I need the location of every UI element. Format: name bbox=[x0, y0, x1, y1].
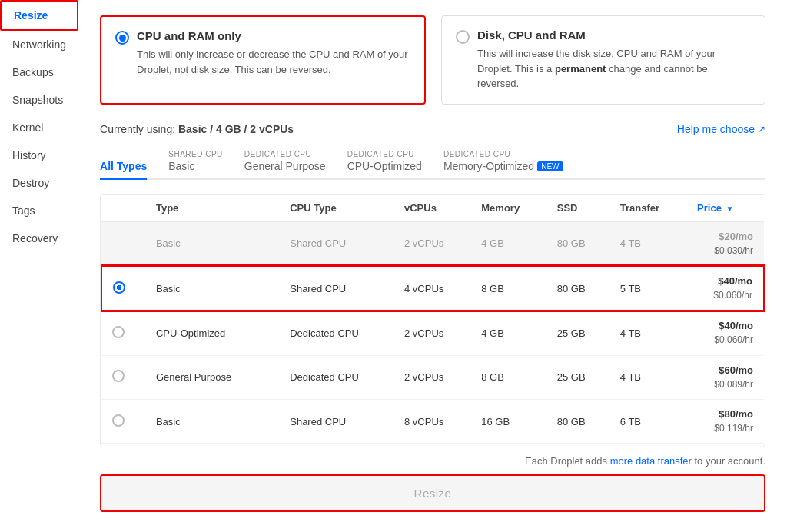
row-ssd: 25 GB bbox=[546, 311, 609, 355]
tab-memory-optimized[interactable]: DEDICATED CPUMemory-OptimizedNEW bbox=[443, 146, 563, 180]
row-vcpus: 4 vCPUs bbox=[394, 266, 470, 311]
sidebar-item-history[interactable]: History bbox=[0, 141, 78, 169]
tab-cpu-optimized[interactable]: DEDICATED CPUCPU-Optimized bbox=[347, 146, 422, 180]
row-vcpus: 2 vCPUs bbox=[394, 221, 470, 266]
row-transfer: 5 TB bbox=[609, 444, 686, 447]
row-vcpus: 2 vCPUs bbox=[394, 311, 470, 355]
row-type: General Purpose bbox=[145, 355, 279, 399]
table-col-header-1: Type bbox=[145, 195, 279, 222]
sidebar-item-kernel[interactable]: Kernel bbox=[0, 114, 78, 141]
row-cpu_type: Shared CPU bbox=[279, 266, 394, 311]
row-cpu_type: Shared CPU bbox=[279, 221, 394, 266]
table-col-header-5: SSD bbox=[546, 195, 609, 222]
row-memory: 4 GB bbox=[470, 311, 546, 355]
disk-cpu-ram-card[interactable]: Disk, CPU and RAM This will increase the… bbox=[441, 15, 765, 105]
row-memory: 16 GB bbox=[470, 400, 546, 444]
table-col-header-6: Transfer bbox=[609, 195, 686, 222]
sidebar: ResizeNetworkingBackupsSnapshotsKernelHi… bbox=[0, 0, 78, 532]
row-memory: 8 GB bbox=[470, 444, 546, 447]
row-ssd: 25 GB bbox=[546, 355, 609, 399]
price-sort-icon: ▼ bbox=[726, 204, 734, 213]
sidebar-item-resize[interactable]: Resize bbox=[0, 0, 78, 31]
row-transfer: 6 TB bbox=[609, 400, 686, 444]
row-price: $40/mo$0.060/hr bbox=[686, 266, 764, 311]
table-row[interactable]: General PurposeDedicated CPU2 vCPUs8 GB2… bbox=[101, 355, 764, 399]
row-price: $40/mo$0.060/hr bbox=[686, 311, 764, 355]
row-radio-2[interactable] bbox=[112, 326, 125, 338]
sidebar-item-networking[interactable]: Networking bbox=[0, 31, 78, 58]
tab-general-purpose[interactable]: DEDICATED CPUGeneral Purpose bbox=[244, 146, 326, 180]
table-col-header-4: Memory bbox=[470, 195, 546, 222]
external-link-icon: ↗ bbox=[758, 124, 765, 135]
row-cpu_type: Dedicated CPU bbox=[279, 355, 394, 399]
resize-button[interactable]: Resize bbox=[101, 476, 764, 510]
main-content: CPU and RAM only This will only increase… bbox=[78, 0, 787, 532]
table-col-header-7[interactable]: Price ▼ bbox=[686, 195, 764, 222]
tab-top-label-general-purpose: DEDICATED CPU bbox=[244, 151, 326, 158]
row-price: $20/mo$0.030/hr bbox=[686, 221, 764, 266]
sidebar-item-snapshots[interactable]: Snapshots bbox=[0, 86, 78, 114]
tab-main-label-all-types: All Types bbox=[100, 160, 147, 172]
tab-top-label-cpu-optimized: DEDICATED CPU bbox=[347, 151, 422, 158]
row-memory: 8 GB bbox=[470, 355, 546, 399]
tab-main-label-cpu-optimized: CPU-Optimized bbox=[347, 160, 422, 172]
sidebar-item-destroy[interactable]: Destroy bbox=[0, 169, 78, 197]
row-radio-4[interactable] bbox=[112, 414, 125, 427]
cpu-ram-radio[interactable] bbox=[115, 31, 129, 45]
row-type: Basic bbox=[145, 400, 279, 444]
row-vcpus: 8 vCPUs bbox=[394, 400, 470, 444]
row-transfer: 5 TB bbox=[609, 266, 686, 311]
table-col-header-0 bbox=[101, 195, 145, 222]
row-ssd: 80 GB bbox=[546, 221, 609, 266]
tab-top-label-basic: SHARED CPU bbox=[168, 151, 223, 158]
row-radio-cell[interactable] bbox=[101, 266, 145, 311]
cpu-ram-desc: This will only increase or decrease the … bbox=[137, 47, 410, 77]
currently-using-bar: Currently using: Basic / 4 GB / 2 vCPUs … bbox=[100, 123, 765, 135]
table-col-header-2: CPU Type bbox=[279, 195, 394, 222]
tab-all-types[interactable]: All Types bbox=[100, 155, 147, 180]
row-radio-cell[interactable] bbox=[101, 311, 145, 355]
row-cpu_type: Shared CPU bbox=[279, 400, 394, 444]
row-transfer: 4 TB bbox=[609, 355, 686, 399]
row-radio-cell[interactable] bbox=[101, 355, 145, 399]
footer-note: Each Droplet adds more data transfer to … bbox=[100, 455, 765, 467]
resize-type-cards: CPU and RAM only This will only increase… bbox=[100, 15, 765, 105]
sidebar-item-backups[interactable]: Backups bbox=[0, 58, 78, 86]
currently-using-label: Currently using: bbox=[100, 123, 175, 135]
resize-button-wrapper: Resize bbox=[100, 474, 765, 512]
disk-cpu-ram-desc: This will increase the disk size, CPU an… bbox=[477, 46, 751, 91]
row-transfer: 4 TB bbox=[609, 311, 686, 355]
tab-main-label-basic: Basic bbox=[168, 160, 223, 172]
row-cpu_type: Dedicated CPU bbox=[279, 444, 394, 447]
tabs-container: All TypesSHARED CPUBasicDEDICATED CPUGen… bbox=[100, 146, 765, 180]
table-row[interactable]: CPU-OptimizedDedicated CPU2 vCPUs4 GB25 … bbox=[101, 311, 764, 355]
row-radio-cell[interactable] bbox=[101, 444, 145, 447]
table-row[interactable]: CPU-OptimizedDedicated CPU4 vCPUs8 GB50 … bbox=[101, 444, 764, 447]
row-type: CPU-Optimized bbox=[145, 311, 279, 355]
disk-cpu-ram-radio[interactable] bbox=[456, 30, 470, 44]
tab-basic[interactable]: SHARED CPUBasic bbox=[168, 146, 223, 180]
row-radio-cell[interactable] bbox=[101, 400, 145, 444]
table-row[interactable]: BasicShared CPU4 vCPUs8 GB80 GB5 TB$40/m… bbox=[101, 266, 764, 311]
row-radio-1[interactable] bbox=[113, 281, 125, 294]
table-row[interactable]: BasicShared CPU8 vCPUs16 GB80 GB6 TB$80/… bbox=[101, 400, 764, 444]
row-price: $80/mo$0.119/hr bbox=[686, 444, 764, 447]
row-ssd: 80 GB bbox=[546, 266, 609, 311]
tab-main-label-memory-optimized: Memory-OptimizedNEW bbox=[443, 160, 563, 172]
more-data-transfer-link[interactable]: more data transfer bbox=[610, 455, 692, 467]
table-col-header-3: vCPUs bbox=[394, 195, 470, 222]
resize-table-wrap[interactable]: TypeCPU TypevCPUsMemorySSDTransferPrice … bbox=[100, 194, 765, 447]
tab-top-label-memory-optimized: DEDICATED CPU bbox=[443, 151, 563, 158]
cpu-ram-card[interactable]: CPU and RAM only This will only increase… bbox=[100, 15, 426, 105]
table-row[interactable]: BasicShared CPU2 vCPUs4 GB80 GB4 TB$20/m… bbox=[101, 221, 764, 266]
row-ssd: 50 GB bbox=[546, 444, 609, 447]
cpu-ram-title: CPU and RAM only bbox=[137, 29, 410, 42]
row-price: $60/mo$0.089/hr bbox=[686, 355, 764, 399]
tab-main-label-general-purpose: General Purpose bbox=[244, 160, 326, 172]
row-radio-cell[interactable] bbox=[101, 221, 145, 266]
sidebar-item-tags[interactable]: Tags bbox=[0, 197, 78, 224]
sidebar-item-recovery[interactable]: Recovery bbox=[0, 224, 78, 252]
help-me-choose-link[interactable]: Help me choose ↗ bbox=[677, 123, 765, 135]
row-memory: 8 GB bbox=[470, 266, 546, 311]
row-radio-3[interactable] bbox=[112, 370, 125, 382]
